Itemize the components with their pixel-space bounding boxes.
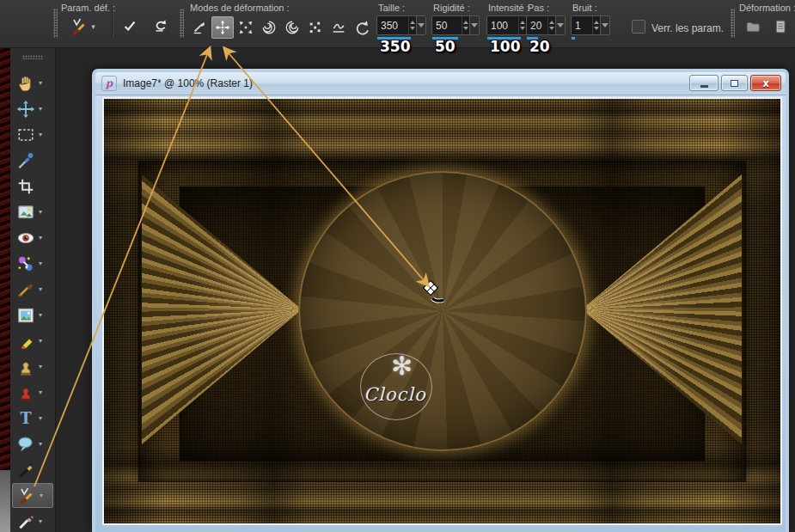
warp-brush-icon bbox=[70, 17, 89, 36]
tool-eraser[interactable]: ▾ bbox=[12, 328, 53, 353]
spin-up-icon[interactable] bbox=[549, 21, 554, 24]
spin-down-icon[interactable] bbox=[463, 27, 468, 30]
chevron-down-icon[interactable]: ▾ bbox=[39, 260, 42, 267]
slider-dropdown-button[interactable] bbox=[416, 16, 425, 34]
minimize-icon bbox=[700, 85, 708, 88]
window-titlebar[interactable]: p Image7* @ 100% (Raster 1) bbox=[95, 72, 786, 95]
chevron-down-icon[interactable]: ▾ bbox=[39, 363, 42, 370]
chevron-down-icon[interactable]: ▾ bbox=[39, 131, 42, 138]
mode-push-button[interactable] bbox=[188, 16, 211, 39]
tool-crop[interactable] bbox=[12, 174, 53, 199]
noise-icon bbox=[308, 20, 323, 35]
tool-picture-tube[interactable]: ▾ bbox=[12, 380, 53, 405]
chevron-down-icon[interactable]: ▾ bbox=[39, 311, 42, 319]
watermark-signature: Cloclo bbox=[364, 384, 426, 405]
mode-twirl-left-button[interactable] bbox=[281, 16, 303, 39]
chevron-down-icon[interactable]: ▾ bbox=[39, 208, 42, 216]
chevron-down-icon[interactable]: ▾ bbox=[39, 234, 42, 242]
tool-makeover[interactable]: ▾ bbox=[12, 251, 53, 276]
cancel-button[interactable] bbox=[149, 16, 171, 39]
value-input[interactable] bbox=[377, 16, 408, 34]
value-input[interactable] bbox=[527, 16, 547, 34]
chevron-down-icon bbox=[602, 23, 608, 28]
spin-down-icon[interactable] bbox=[410, 27, 415, 30]
spin-up-icon[interactable] bbox=[594, 21, 599, 24]
spin-arrows[interactable] bbox=[408, 16, 416, 34]
save-deformation-map-button[interactable] bbox=[770, 16, 792, 39]
spin-down-icon[interactable] bbox=[594, 27, 599, 30]
toolbar-grip[interactable] bbox=[53, 9, 58, 38]
mode-expand-button[interactable] bbox=[211, 16, 234, 39]
tool-move[interactable]: ▾ bbox=[12, 96, 53, 121]
chevron-down-icon[interactable]: ▾ bbox=[39, 285, 42, 293]
tool-paint-brush[interactable]: ▾ bbox=[12, 277, 53, 302]
tool-clone-brush[interactable]: ▾ bbox=[12, 354, 53, 379]
apply-button[interactable] bbox=[119, 16, 141, 39]
spin-down-icon[interactable] bbox=[520, 27, 525, 30]
window-title: Image7* @ 100% (Raster 1) bbox=[123, 77, 253, 89]
tool-oil-brush[interactable]: ▾ bbox=[12, 509, 53, 532]
spin-arrows[interactable] bbox=[592, 16, 600, 34]
field-bruit: Bruit : bbox=[571, 0, 610, 47]
deform-options-toolbar: Param. déf. : ▾ Modes de déformation : T… bbox=[0, 0, 795, 48]
chevron-down-icon[interactable]: ▾ bbox=[39, 79, 42, 87]
chevron-down-icon[interactable]: ▾ bbox=[40, 492, 43, 499]
clone-stamp-icon bbox=[16, 358, 35, 376]
tool-callout[interactable]: ▾ bbox=[12, 431, 53, 456]
tool-red-eye[interactable]: ▾ bbox=[12, 225, 53, 250]
chevron-down-icon[interactable]: ▾ bbox=[39, 105, 42, 113]
tool-dropper[interactable] bbox=[12, 148, 53, 173]
move-arrows-icon bbox=[16, 100, 35, 119]
tool-selection[interactable]: ▾ bbox=[12, 122, 53, 147]
callout-icon bbox=[16, 435, 35, 454]
tool-text[interactable]: T▾ bbox=[12, 406, 53, 431]
selection-rect-icon bbox=[16, 125, 35, 144]
mode-contract-button[interactable] bbox=[235, 16, 257, 39]
mode-noise-button[interactable] bbox=[304, 16, 327, 39]
brush-icon bbox=[16, 280, 35, 299]
lock-params-checkbox[interactable] bbox=[632, 20, 645, 34]
desktop-background bbox=[0, 470, 10, 532]
close-button[interactable]: x bbox=[750, 75, 781, 91]
tool-picture-frame[interactable]: ▾ bbox=[12, 303, 53, 327]
chevron-down-icon bbox=[418, 23, 425, 28]
image-canvas[interactable]: ✻ Cloclo bbox=[102, 97, 782, 525]
red-stamp-icon bbox=[16, 383, 35, 402]
tool-warp-brush[interactable]: ▾ bbox=[12, 483, 53, 508]
open-deformation-map-button[interactable] bbox=[743, 16, 765, 39]
mode-twirl-right-button[interactable] bbox=[258, 16, 280, 39]
tool-pen[interactable] bbox=[12, 457, 53, 482]
value-input[interactable] bbox=[432, 16, 462, 34]
crop-icon bbox=[16, 177, 35, 196]
tool-straighten[interactable]: ▾ bbox=[12, 199, 53, 224]
mode-iron-out-button[interactable] bbox=[327, 16, 350, 39]
toolbar-grip[interactable] bbox=[180, 9, 184, 38]
slider-dropdown-button[interactable] bbox=[600, 16, 609, 34]
chevron-down-icon[interactable]: ▾ bbox=[39, 440, 42, 448]
chevron-down-icon[interactable]: ▾ bbox=[39, 388, 42, 396]
slider-dropdown-button[interactable] bbox=[555, 16, 565, 34]
chevron-down-icon[interactable]: ▾ bbox=[39, 414, 42, 422]
chevron-down-icon[interactable]: ▾ bbox=[39, 517, 42, 525]
spin-arrows[interactable] bbox=[462, 16, 469, 34]
tool-pan[interactable]: ▾ bbox=[12, 70, 53, 95]
toolbar-grip[interactable] bbox=[731, 9, 735, 38]
chevron-down-icon[interactable]: ▾ bbox=[39, 337, 42, 345]
spin-up-icon[interactable] bbox=[520, 21, 525, 24]
minimize-button[interactable] bbox=[689, 75, 719, 91]
toolbar-grip[interactable] bbox=[22, 55, 43, 59]
preset-button[interactable]: ▾ bbox=[62, 14, 103, 40]
mode-unwarp-button[interactable] bbox=[351, 16, 373, 39]
maximize-button[interactable] bbox=[721, 75, 748, 91]
spin-up-icon[interactable] bbox=[463, 21, 468, 24]
deformation-group-label: Déformation : bbox=[739, 3, 795, 13]
slider-dropdown-button[interactable] bbox=[469, 16, 479, 34]
value-input[interactable] bbox=[572, 16, 592, 34]
spin-up-icon[interactable] bbox=[410, 21, 415, 24]
spin-down-icon[interactable] bbox=[549, 27, 554, 30]
spin-arrows[interactable] bbox=[518, 16, 526, 34]
lock-params-label: Verr. les param. bbox=[651, 22, 724, 34]
spin-arrows[interactable] bbox=[547, 16, 555, 34]
value-input[interactable] bbox=[487, 16, 518, 34]
chevron-down-icon bbox=[557, 23, 564, 28]
